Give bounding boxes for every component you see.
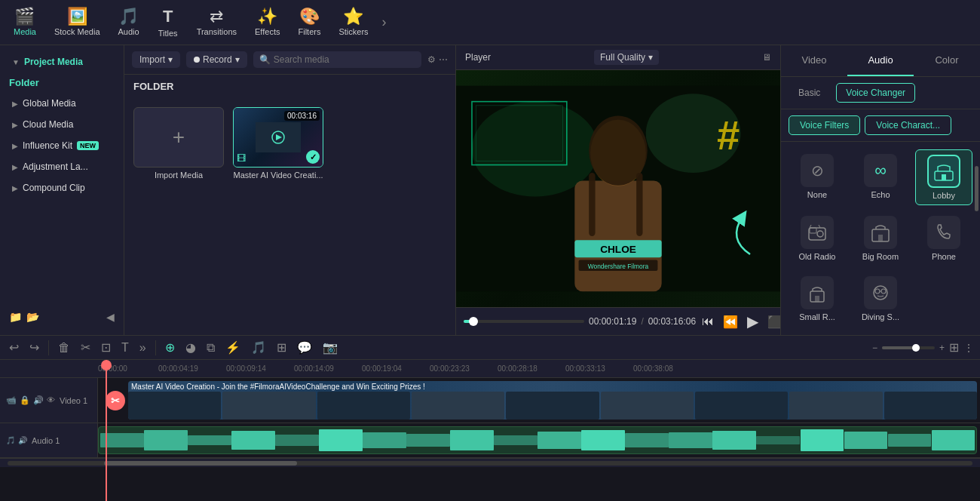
speed-button[interactable]: ⚡ <box>222 339 243 356</box>
skip-back-button[interactable]: ⏮ <box>702 315 714 328</box>
import-label: Import <box>139 54 165 65</box>
voice-card-phone[interactable]: Phone <box>915 211 972 266</box>
ripple-button[interactable]: ⊕ <box>162 339 178 356</box>
main-area: ▼ Project Media Folder ▶ Global Media ▶ … <box>0 45 980 335</box>
tab-color[interactable]: Color <box>914 45 980 76</box>
scroll-thumb[interactable] <box>104 461 297 466</box>
tab-audio[interactable]: Audio <box>847 45 914 76</box>
toolbar-stickers[interactable]: ⭐ Stickers <box>331 5 375 39</box>
audio-mute-icon[interactable]: 🔊 <box>18 436 27 444</box>
big-room-label: Big Room <box>862 252 899 261</box>
voice-card-big-room[interactable]: Big Room <box>852 211 909 266</box>
delete-button[interactable]: 🗑 <box>55 340 73 356</box>
stabilize-button[interactable]: ⊞ <box>274 339 289 356</box>
play-button[interactable]: ▶ <box>747 312 758 330</box>
old-radio-icon <box>801 216 834 249</box>
display-icon[interactable]: 🖥 <box>762 52 771 63</box>
zoom-thumb[interactable] <box>912 344 920 352</box>
undo-button[interactable]: ↩ <box>6 339 22 356</box>
audio-clip[interactable] <box>98 426 977 454</box>
track-audio-icon[interactable]: 🔊 <box>33 395 44 405</box>
subtab-basic[interactable]: Basic <box>789 83 830 103</box>
quality-select[interactable]: Full Quality ▾ <box>594 50 659 65</box>
import-media-item[interactable]: + Import Media <box>133 107 224 180</box>
voice-card-lobby[interactable]: Lobby <box>915 149 972 205</box>
eye-icon[interactable]: 👁 <box>47 395 55 405</box>
quality-label: Full Quality <box>600 52 645 63</box>
voice-character-button[interactable]: Voice Charact... <box>865 115 951 135</box>
new-folder-icon[interactable]: 📁 <box>9 311 22 323</box>
search-input[interactable] <box>274 54 415 65</box>
transitions-icon: ⇄ <box>210 8 223 25</box>
import-button[interactable]: Import ▾ <box>132 51 180 68</box>
video-track-icons: 📹 🔒 🔊 👁 <box>6 395 55 405</box>
cut-button[interactable]: ✂ <box>78 339 93 356</box>
zoom-minus-button[interactable]: − <box>872 343 877 353</box>
video-track-icon[interactable]: 📹 <box>6 395 17 405</box>
record-button[interactable]: Record ▾ <box>186 51 247 68</box>
forward-button[interactable]: » <box>136 340 149 356</box>
sidebar-item-cloud-media[interactable]: ▶ Cloud Media <box>3 115 121 134</box>
sidebar-item-project-media[interactable]: ▼ Project Media <box>3 52 121 72</box>
zoom-slider[interactable] <box>882 346 935 349</box>
video-media-item[interactable]: 00:03:16 ✓ 🎞 Master AI Video Creati... <box>233 107 323 180</box>
folder-plus-icon[interactable]: 📂 <box>26 311 39 323</box>
sidebar-folder-label[interactable]: Folder <box>0 72 124 93</box>
sidebar-item-global-media[interactable]: ▶ Global Media <box>3 94 121 113</box>
progress-bar[interactable] <box>464 320 584 323</box>
lock-icon[interactable]: 🔒 <box>20 395 30 405</box>
toolbar-audio[interactable]: 🎵 Audio <box>111 5 147 39</box>
progress-handle[interactable] <box>469 317 478 326</box>
titles-icon: T <box>163 7 173 26</box>
frame-back-button[interactable]: ⏪ <box>723 315 738 329</box>
color-button[interactable]: ◕ <box>182 339 199 356</box>
redo-button[interactable]: ↪ <box>26 339 42 356</box>
video-clip[interactable]: Master AI Video Creation - Join the #Fil… <box>128 381 977 420</box>
phone-label: Phone <box>932 252 956 261</box>
split-tl-button[interactable]: ⧉ <box>204 340 218 356</box>
voice-card-echo[interactable]: ∞ Echo <box>852 149 909 205</box>
tab-video[interactable]: Video <box>781 45 847 76</box>
big-room-icon <box>864 216 897 249</box>
voice-card-diving[interactable]: Diving S... <box>852 272 909 326</box>
toolbar-media[interactable]: 🎬 Media <box>6 5 44 39</box>
toolbar-expand-icon[interactable]: › <box>382 14 387 30</box>
svg-rect-10 <box>574 181 661 292</box>
sidebar-collapse-button[interactable]: ◀ <box>106 311 115 323</box>
sidebar-item-influence-kit[interactable]: ▶ Influence Kit NEW <box>3 136 121 155</box>
sidebar-item-adjustment-layer[interactable]: ▶ Adjustment La... <box>3 157 121 177</box>
subtitle-button[interactable]: 💬 <box>294 339 315 356</box>
toolbar-filters[interactable]: 🎨 Filters <box>290 5 328 39</box>
voice-card-old-radio[interactable]: Old Radio <box>789 211 846 266</box>
filter-icon[interactable]: ⚙ <box>427 54 436 65</box>
sidebar-item-compound-clip[interactable]: ▶ Compound Clip <box>3 178 121 198</box>
audio-tl-button[interactable]: 🎵 <box>248 339 269 356</box>
panel-scrollbar[interactable] <box>975 166 978 211</box>
toolbar-stock-media[interactable]: 🖼️ Stock Media <box>47 5 108 39</box>
toolbar-effects[interactable]: ✨ Effects <box>247 5 287 39</box>
voice-filters-button[interactable]: Voice Filters <box>789 115 860 135</box>
scroll-track[interactable] <box>8 461 972 466</box>
more-options-button[interactable]: ⋮ <box>963 342 974 354</box>
playhead-handle[interactable] <box>101 360 112 370</box>
grid-view-button[interactable]: ⊞ <box>949 340 959 355</box>
voice-card-none[interactable]: ⊘ None <box>789 149 846 205</box>
toolbar-transitions[interactable]: ⇄ Transitions <box>189 5 244 39</box>
arrow-icon: ▶ <box>12 121 18 129</box>
text-button[interactable]: T <box>118 340 132 356</box>
zoom-plus-button[interactable]: + <box>939 343 945 353</box>
arrow-icon: ▶ <box>12 142 18 150</box>
toolbar-titles[interactable]: T Titles <box>150 4 186 41</box>
arrow-icon: ▶ <box>12 163 18 171</box>
crop-button[interactable]: ⊡ <box>98 339 114 356</box>
effects-label: Effects <box>255 27 280 36</box>
screenshot-tl-button[interactable]: 📷 <box>320 339 341 356</box>
search-box[interactable]: 🔍 <box>253 51 421 68</box>
more-icon[interactable]: ⋯ <box>439 54 448 65</box>
media-icon: 🎬 <box>14 8 35 25</box>
subtab-voice-changer[interactable]: Voice Changer <box>836 83 915 103</box>
lobby-icon <box>927 155 960 188</box>
cut-marker: ✂ <box>106 391 125 410</box>
voice-card-small-room[interactable]: Small R... <box>789 272 846 326</box>
effects-icon: ✨ <box>257 8 277 25</box>
